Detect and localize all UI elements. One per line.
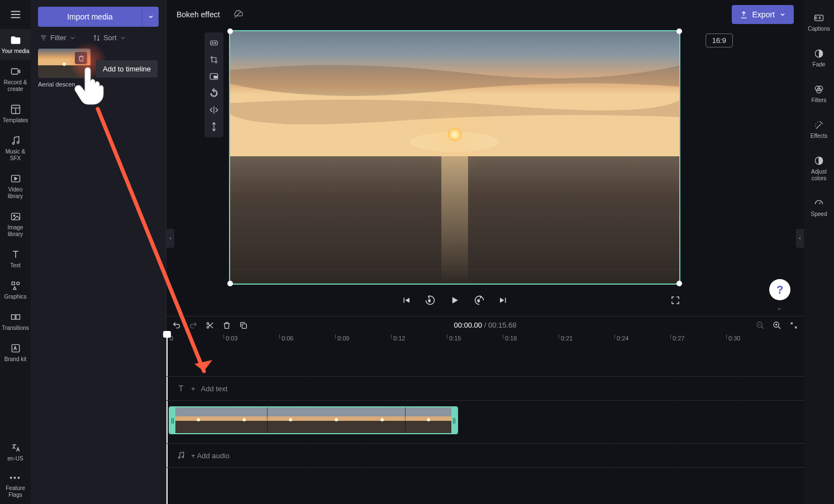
svg-point-7 [12,142,14,144]
sidebar-item-your-media[interactable]: Your media [0,29,31,60]
playback-controls: 5 5 [229,290,680,310]
clip-frame [359,407,405,433]
flip-horizontal-tool[interactable] [204,102,223,118]
collapse-panel-right[interactable] [796,229,804,248]
svg-rect-66 [268,421,313,433]
video-clip[interactable]: || || [169,406,458,434]
svg-point-13 [16,282,19,285]
fullscreen-button[interactable] [670,295,680,305]
svg-rect-62 [221,421,267,433]
sidebar-item-image-library[interactable]: Image library [0,205,31,243]
clip-trim-right[interactable]: || [451,407,457,433]
sidebar-item-speed[interactable]: Speed [804,190,834,225]
sidebar-label: Captions [808,26,830,32]
clip-frame [406,407,451,433]
sidebar-item-effects[interactable]: Effects [804,112,834,147]
fit-tool[interactable] [204,35,223,51]
rotate-tool[interactable] [204,85,223,102]
resize-handle-bl[interactable] [227,281,233,286]
sidebar-item-fade[interactable]: Fade [804,40,834,76]
zoom-in-button[interactable] [773,321,781,330]
import-media-button[interactable]: Import media [38,7,142,27]
pip-tool[interactable] [204,68,223,85]
timeline-timecode: 00:00.00 / 00:15.68 [454,321,516,329]
svg-point-59 [197,418,200,421]
sidebar-label: Text [10,262,20,269]
aspect-ratio-button[interactable]: 16:9 [706,33,733,47]
svg-rect-58 [175,421,221,433]
canvas-tool-column [204,32,223,137]
svg-rect-70 [313,421,359,433]
clip-frame [313,407,359,433]
svg-point-11 [13,215,15,217]
resize-handle-tl[interactable] [227,28,233,34]
project-title[interactable]: Bokeh effect [177,10,220,19]
filter-button[interactable]: Filter [40,33,76,42]
svg-text:5: 5 [428,299,431,303]
resize-handle-tr[interactable] [676,28,682,34]
crop-tool[interactable] [204,51,223,68]
sidebar-item-templates[interactable]: Templates [0,98,31,129]
help-button[interactable]: ? [769,279,790,300]
timeline-ruler[interactable]: 00:030:060:090:120:150:180:210:240:270:3… [166,334,804,345]
sidebar-item-music[interactable]: Music & SFX [0,129,31,167]
duplicate-button[interactable] [239,321,248,330]
sidebar-item-captions[interactable]: Captions [804,4,834,40]
svg-point-31 [212,42,213,44]
svg-line-50 [761,327,764,329]
sidebar-item-locale[interactable]: en-US [0,436,31,468]
sidebar-item-graphics[interactable]: Graphics [0,275,31,306]
svg-point-22 [63,63,66,66]
svg-rect-30 [211,41,217,45]
video-preview-canvas[interactable]: 16:9 [229,30,680,285]
video-track[interactable]: || || [166,406,804,435]
clip-frame [268,407,313,433]
sidebar-item-record[interactable]: Record & create [0,60,31,98]
audio-track[interactable]: + Add audio [166,443,804,468]
sidebar-label: Fade [813,61,826,68]
sort-button[interactable]: Sort [93,33,126,42]
right-sidebar: Captions Fade Filters Effects Adjust col… [804,0,834,504]
skip-forward-button[interactable] [498,295,508,305]
delete-button[interactable] [222,321,231,330]
play-button[interactable] [449,295,460,306]
collapse-panel-left[interactable] [166,229,174,248]
help-caret-icon[interactable]: ⌄ [776,304,782,311]
sidebar-item-video-library[interactable]: Video library [0,167,31,205]
preview-frame-image [230,31,679,284]
fit-timeline-button[interactable] [789,321,798,330]
svg-point-8 [17,142,18,143]
svg-rect-10 [11,213,20,220]
skip-back-button[interactable] [401,295,411,305]
sidebar-item-brand-kit[interactable]: Brand kit [0,337,31,368]
svg-rect-78 [406,421,451,433]
resize-handle-br[interactable] [676,281,682,286]
forward-button[interactable]: 5 [474,295,485,306]
zoom-out-button[interactable] [756,321,765,330]
sidebar-item-transitions[interactable]: Transitions [0,306,31,337]
import-media-caret[interactable] [142,7,159,27]
clip-trim-left[interactable]: || [170,407,175,433]
sidebar-item-feature-flags[interactable]: ••• Feature Flags [0,468,31,504]
svg-line-53 [778,327,780,329]
text-track[interactable]: + Add text [166,376,804,401]
cloud-sync-icon[interactable] [232,9,244,20]
redo-button[interactable] [189,321,198,330]
flip-vertical-tool[interactable] [204,118,223,135]
tutorial-hand-icon [73,66,106,106]
svg-rect-14 [11,315,15,319]
sidebar-item-adjust-colors[interactable]: Adjust colors [804,147,834,190]
sidebar-item-text[interactable]: Text [0,243,31,275]
svg-point-79 [427,418,430,421]
sidebar-item-filters[interactable]: Filters [804,76,834,112]
menu-button[interactable] [0,0,31,29]
svg-point-47 [207,326,208,328]
svg-rect-3 [11,69,18,74]
svg-text:5: 5 [478,299,480,303]
undo-button[interactable] [172,321,181,330]
sidebar-label: Your media [1,48,29,55]
rewind-button[interactable]: 5 [425,295,436,306]
sidebar-label: Video library [1,186,30,200]
split-button[interactable] [206,321,215,330]
export-button[interactable]: Export [732,5,794,24]
